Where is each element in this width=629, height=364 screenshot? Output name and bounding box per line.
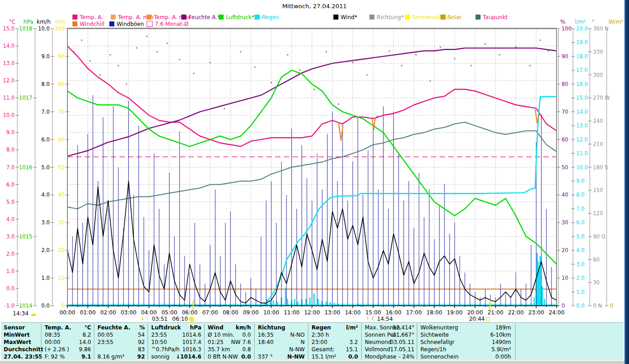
rain-bar <box>544 299 545 306</box>
axis-tick-label: 210 <box>593 141 603 147</box>
axis-tick-label: 1017 <box>19 95 32 101</box>
axis-tick-label: 2.0 <box>6 251 15 257</box>
table-cell-label: 35.7 km <box>208 346 230 353</box>
axis-tick-label: 100 <box>562 25 572 32</box>
axis-kmh: km/h10.09.08.07.06.05.04.03.02.01.00.0 <box>37 19 54 309</box>
axis-tick-label: 1018 <box>19 25 32 32</box>
x-tick-label: 14:00 <box>345 309 361 316</box>
x-tick-label: 02:00 <box>100 309 116 316</box>
axis-header-hPa: hPa <box>23 19 33 25</box>
axis-tick-label: 20 <box>562 247 568 253</box>
table-cell-label: 0 Bft N-NW <box>208 354 238 360</box>
axis-tick-label: 5.0 <box>41 164 50 171</box>
table-info-label: Regen/1h <box>420 346 446 353</box>
direction-dot <box>193 73 194 74</box>
direction-dot <box>210 62 211 63</box>
table-separator <box>204 324 205 359</box>
direction-dot <box>352 62 353 63</box>
direction-dot <box>179 59 180 60</box>
table-separator <box>148 324 148 359</box>
axis-tick-label: 15.0 <box>576 95 588 101</box>
x-tick-label: 21:00 <box>487 309 503 316</box>
table-cell-value: N-NW <box>287 354 305 360</box>
axis-tick-label: 14.0 <box>576 109 588 115</box>
axis-tick-label: 19.0 <box>576 39 588 46</box>
table-cell-label: Ø 10 min. <box>208 332 235 338</box>
table-info-value: 189m <box>495 324 511 331</box>
x-tick-label: 22:00 <box>508 309 524 316</box>
axis-tick-label: 240 <box>593 118 603 124</box>
table-cell-label: 00:00 <box>45 339 61 345</box>
axis-tick-label: 16.0 <box>576 81 588 87</box>
moon-outline-icon: ☾ <box>146 317 151 321</box>
x-tick-label: 05:00 <box>161 309 177 316</box>
axis-tick-label: 13.0 <box>576 122 588 129</box>
table-cell-label: 10:50 <box>151 339 167 345</box>
direction-dot <box>470 65 472 66</box>
axis-tick-label: 180 S <box>593 164 608 171</box>
table-separator <box>515 324 516 359</box>
rain-bar <box>276 302 278 306</box>
axis-tick-label: 1.0 <box>41 275 50 281</box>
axis-tick-label: 7.0 <box>41 109 50 115</box>
axis-tick-label: 9.0 <box>576 178 584 184</box>
axis-tick-label: 12.0 <box>3 77 15 84</box>
table-cell-value: 1014.6 <box>182 332 201 338</box>
direction-dot <box>454 58 455 59</box>
axis-tick-label: 3.0 <box>41 219 50 226</box>
axis-tick-label: 10.0 <box>3 112 15 118</box>
table-cell-value: 0.8 <box>242 346 251 353</box>
axis-header-pct: % <box>560 19 565 25</box>
table-cell-label: 15.1 l/m² <box>312 354 336 360</box>
rain-bar <box>285 288 286 306</box>
statistics-table: SensorMinWertMaxWertDurchschnitt27.04. 2… <box>1 322 624 361</box>
x-tick-label: 00:00 <box>60 309 76 316</box>
rain-bar <box>313 293 315 306</box>
table-cell-label: 337 ° <box>258 354 273 360</box>
table-info-label: Sonnenschein <box>420 354 459 360</box>
x-tick-label: 18:00 <box>426 309 442 316</box>
axis-tick-label: 1.0 <box>6 268 15 274</box>
axis-tick-label: 120 <box>593 210 603 217</box>
direction-dot <box>485 43 486 45</box>
rain-bar <box>317 299 319 306</box>
axis-lm2: l/m²20.019.018.017.016.015.014.013.012.0… <box>571 19 588 309</box>
axis-tick-label: 0.0 <box>41 303 50 309</box>
x-tick-label: 15:00 <box>365 309 381 316</box>
table-info-value: - 24% <box>399 354 414 360</box>
table-row-label: MinWert <box>4 332 30 338</box>
direction-dot <box>287 54 288 56</box>
axis-tick-label: 40 <box>562 192 568 198</box>
axis-tick-label: 8.0 <box>6 147 15 153</box>
direction-dot <box>224 108 225 109</box>
direction-dot <box>326 51 327 52</box>
axis-tick-label: 50 <box>58 164 65 171</box>
direction-dot <box>240 51 241 52</box>
x-axis: 00:0001:0002:0003:0004:0005:0006:0007:00… <box>60 306 565 316</box>
x-tick-label: 17:00 <box>406 309 422 316</box>
axis-tick-label: 4.0 <box>576 247 584 253</box>
table-cell-value: 3.2 <box>349 339 358 345</box>
axis-tick-label: 150 <box>593 187 603 193</box>
axis-tick-label: 8.0 <box>576 192 584 198</box>
axis-tick-label: 1.0 <box>576 289 584 295</box>
weather-app-window: { "window": { "title": "Mittwoch, 27.04.… <box>0 0 629 364</box>
table-cell-value: 8.2 <box>82 332 91 338</box>
x-tick-label: 12:00 <box>304 309 320 316</box>
axis-tick-label: 7.0 <box>576 206 584 212</box>
table-cell-label: 01:25 <box>208 339 224 345</box>
axis-tick-label: 90 O <box>593 233 605 240</box>
axis-tick-label: 12.0 <box>576 136 588 143</box>
table-separator <box>308 324 308 359</box>
axis-tick-label: 0 <box>610 303 613 309</box>
x-tick-label: 06:00 <box>182 309 198 316</box>
table-cell-value: 92 <box>138 339 145 345</box>
axis-header-min: min <box>55 19 66 25</box>
axis-tick-label: 11.0 <box>576 150 588 157</box>
rain-bar <box>297 302 298 306</box>
table-cell-value: 1016.3 <box>182 346 201 353</box>
rain-bar <box>309 298 311 306</box>
table-info-label: Wolkenunterg <box>420 324 458 331</box>
series-windchill-dips <box>338 109 539 141</box>
table-cell-label: 23:55 <box>151 332 167 338</box>
